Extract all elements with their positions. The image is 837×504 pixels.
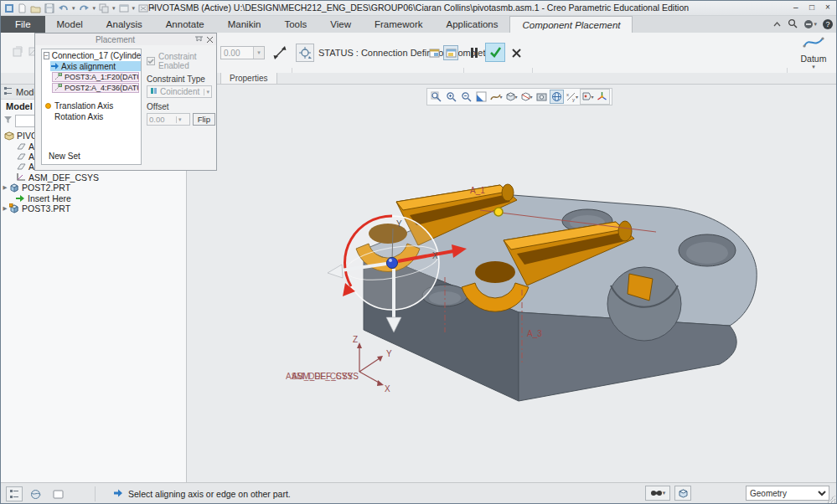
tab-component-placement[interactable]: Component Placement	[509, 16, 633, 33]
zoom-in-icon[interactable]	[444, 90, 458, 104]
tab-annotate[interactable]: Annotate	[154, 16, 216, 33]
tab-framework[interactable]: Framework	[363, 16, 435, 33]
panel-offset-caret-icon[interactable]: ▾	[176, 116, 183, 123]
drag-arrow-left[interactable]	[328, 265, 343, 278]
3d-model-scene[interactable]: A_1 A_3 Y X	[187, 85, 836, 482]
section-view-icon[interactable]: ▾	[519, 90, 534, 104]
flip-button[interactable]: Flip	[193, 113, 215, 126]
model-tree-icon	[3, 86, 13, 97]
new-set-link[interactable]: New Set	[49, 151, 80, 161]
annotation-display-icon[interactable]: ▾	[581, 90, 595, 104]
find-tool-icon[interactable]: ▾	[645, 486, 670, 501]
gizmo-center-ball[interactable]	[387, 258, 398, 269]
ribbon-utilities: ▾ ?	[772, 18, 833, 30]
regenerate-icon[interactable]	[99, 3, 109, 13]
zoom-out-icon[interactable]	[459, 90, 473, 104]
connection-node[interactable]: − Connection_17 (Cylinder)	[44, 50, 141, 60]
datum-caret-icon[interactable]: ▾	[792, 64, 835, 70]
translation-axis-node[interactable]: Translation Axis	[44, 100, 141, 111]
tab-file[interactable]: File	[1, 16, 45, 33]
undo-icon[interactable]	[58, 4, 69, 13]
close-button[interactable]: ×	[821, 2, 834, 13]
view-manager-icon[interactable]	[550, 90, 564, 104]
assembly-window-icon[interactable]	[443, 45, 458, 60]
spin-center-icon[interactable]	[595, 90, 609, 104]
tab-view[interactable]: View	[318, 16, 363, 33]
windows-icon[interactable]	[119, 3, 129, 13]
collapse-node-icon[interactable]: −	[44, 52, 49, 59]
graphics-viewport[interactable]: A_1 A_3 Y X	[187, 85, 836, 482]
new-file-icon[interactable]	[18, 3, 27, 13]
dragger-toggle-icon[interactable]	[11, 44, 25, 59]
repaint-icon[interactable]	[474, 90, 488, 104]
navigator-toggle-icon[interactable]	[6, 486, 23, 501]
web-browser-toggle-icon[interactable]	[28, 486, 44, 501]
close-window-icon[interactable]	[138, 3, 148, 13]
separate-window-icon[interactable]	[427, 46, 441, 59]
offset-value-input[interactable]	[221, 47, 253, 59]
pin-panel-icon[interactable]	[195, 35, 203, 44]
scene-capture-icon[interactable]	[535, 90, 549, 104]
tab-model[interactable]: Model	[45, 16, 95, 33]
constraint-type-combo[interactable]: Coincident ▾	[147, 85, 212, 98]
translation-axis-handle[interactable]	[494, 208, 503, 216]
triad-y-label: Y	[386, 349, 392, 358]
maximize-button[interactable]: □	[805, 2, 819, 13]
accept-button[interactable]	[485, 43, 505, 62]
tab-analysis[interactable]: Analysis	[95, 16, 154, 33]
minimize-button[interactable]: –	[789, 2, 803, 13]
panel-offset-input[interactable]	[147, 115, 176, 124]
search-icon[interactable]	[788, 18, 798, 30]
tree-item-post3[interactable]: ▶ POST3.PRT	[1, 203, 186, 213]
undo-caret-icon[interactable]: ▾	[72, 5, 75, 12]
rotation-axis-node[interactable]: Rotation Axis	[54, 111, 141, 121]
panel-offset-combo[interactable]: ▾	[147, 113, 190, 126]
tree-item-insert-here[interactable]: Insert Here	[1, 193, 186, 203]
csys-triad: Z Y X ASM_DEF_CSYS ASM_DEF_CSYS	[286, 335, 392, 393]
windows-caret-icon[interactable]: ▾	[132, 5, 136, 12]
open-file-icon[interactable]	[30, 4, 41, 13]
shading-style-icon[interactable]: ▾	[489, 90, 504, 104]
tree-item-csys[interactable]: ASM_DEF_CSYS	[1, 172, 186, 183]
reference-post2[interactable]: POST2:A_4:F36(DATUM	[52, 83, 139, 93]
flip-constraint-icon[interactable]	[271, 44, 289, 62]
tab-applications[interactable]: Applications	[434, 16, 509, 33]
expand-arrow-icon[interactable]: ▶	[1, 184, 9, 191]
pause-button[interactable]	[467, 44, 482, 61]
datum-display-filter-icon[interactable]: xy▾	[565, 90, 579, 104]
zoom-fit-icon[interactable]	[429, 90, 443, 104]
tab-tools[interactable]: Tools	[272, 16, 318, 33]
collapse-circle-icon[interactable]: ▾	[803, 19, 817, 29]
redo-icon[interactable]	[79, 4, 90, 13]
tab-manikin[interactable]: Manikin	[216, 16, 273, 33]
selection-filter-select[interactable]: Geometry	[746, 486, 829, 501]
triad-z-label: Z	[353, 335, 358, 344]
constraint-type-caret-icon[interactable]: ▾	[204, 89, 211, 95]
move-component-icon[interactable]	[296, 44, 314, 62]
placement-panel-header[interactable]: Placement	[35, 33, 216, 45]
expand-arrow-icon[interactable]: ▶	[1, 205, 9, 212]
model-status-icon[interactable]	[674, 486, 691, 501]
save-icon[interactable]	[44, 3, 54, 13]
offset-value-combo[interactable]: ▾	[220, 46, 265, 59]
full-screen-toggle-icon[interactable]	[49, 486, 66, 501]
redo-caret-icon[interactable]: ▾	[93, 5, 96, 12]
reference-post3[interactable]: POST3:A_1:F20(DATUM	[52, 72, 139, 82]
regenerate-caret-icon[interactable]: ▾	[112, 5, 116, 12]
constraint-enabled-checkbox[interactable]	[147, 57, 155, 65]
cancel-button[interactable]	[509, 44, 524, 61]
close-panel-icon[interactable]	[207, 35, 213, 44]
quick-access-toolbar: ▾ ▾ ▾ ▾ ▾	[4, 2, 155, 15]
help-icon[interactable]: ?	[823, 19, 833, 29]
axis-alignment-node[interactable]: Axis alignment	[50, 61, 141, 71]
filter-funnel-icon[interactable]	[3, 116, 13, 126]
datum-icon[interactable]	[803, 43, 824, 53]
display-style-icon[interactable]: ▾	[504, 90, 519, 104]
tree-item-post2[interactable]: ▶ POST2.PRT	[1, 183, 186, 193]
resize-grip[interactable]	[827, 495, 835, 503]
app-icon[interactable]	[4, 3, 14, 13]
coincident-icon	[150, 87, 158, 96]
properties-tab[interactable]: Properties	[220, 73, 277, 85]
minimize-ribbon-icon[interactable]	[772, 19, 782, 29]
offset-combo-caret-icon[interactable]: ▾	[253, 47, 264, 59]
